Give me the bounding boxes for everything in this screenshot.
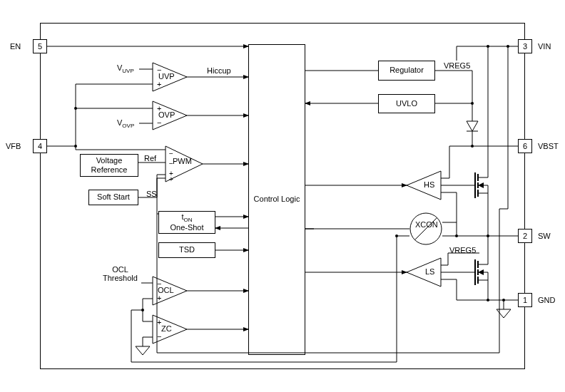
diagram-canvas: 5 EN 4 VFB 3 VIN 6 VBST 2 SW 1 GND Contr… [0, 0, 565, 392]
wiring [0, 0, 565, 392]
